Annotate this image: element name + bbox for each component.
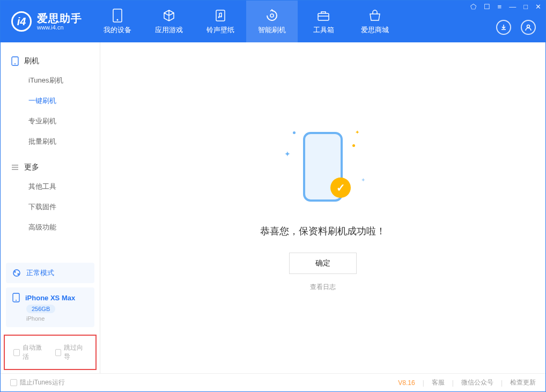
user-icon[interactable] <box>521 20 536 35</box>
sidebar-item-pro[interactable]: 专业刷机 <box>1 111 100 131</box>
mode-label: 正常模式 <box>26 268 54 278</box>
refresh-icon <box>265 9 279 23</box>
checkbox-label: 阻止iTunes运行 <box>20 378 65 387</box>
dot-icon <box>352 144 355 147</box>
svg-point-3 <box>218 16 220 18</box>
checkbox-skip-guide[interactable]: 跳过向导 <box>55 343 87 361</box>
separator: | <box>501 379 503 387</box>
success-illustration: ✦ ✦ + ✓ <box>280 124 366 210</box>
mode-box[interactable]: 正常模式 <box>6 263 94 283</box>
logo-block: i4 爱思助手 www.i4.cn <box>1 11 92 32</box>
app-title: 爱思助手 <box>37 12 82 24</box>
sidebar: 刷机 iTunes刷机 一键刷机 专业刷机 批量刷机 更多 其他工具 下载固件 … <box>1 42 100 373</box>
app-header: i4 爱思助手 www.i4.cn 我的设备 应用游戏 铃声壁纸 智能刷机 工具… <box>1 1 545 42</box>
nav-tab-ringtones[interactable]: 铃声壁纸 <box>195 1 246 42</box>
device-box[interactable]: iPhone XS Max 256GB iPhone <box>6 287 94 327</box>
cube-icon <box>162 9 176 23</box>
version-label: V8.16 <box>398 379 415 387</box>
checkbox-icon <box>10 379 17 386</box>
logo-icon: i4 <box>11 11 32 32</box>
maximize-button[interactable]: □ <box>523 3 528 11</box>
svg-point-4 <box>220 16 222 17</box>
success-message: 恭喜您，保资料刷机成功啦！ <box>260 225 386 238</box>
checkbox-icon <box>55 349 62 356</box>
sidebar-header: 刷机 <box>1 52 100 70</box>
nav-label: 工具箱 <box>313 25 334 35</box>
section-title: 更多 <box>24 162 39 172</box>
sidebar-item-firmware[interactable]: 下载固件 <box>1 197 100 217</box>
device-type: iPhone <box>26 315 45 322</box>
svg-rect-6 <box>318 13 329 20</box>
footer-link-service[interactable]: 客服 <box>432 378 445 387</box>
footer-link-update[interactable]: 检查更新 <box>510 378 536 387</box>
sidebar-section-flash: 刷机 iTunes刷机 一键刷机 专业刷机 批量刷机 <box>1 52 100 152</box>
music-icon <box>213 9 227 23</box>
sidebar-header: 更多 <box>1 158 100 176</box>
checkbox-icon <box>13 349 20 356</box>
footer-link-wechat[interactable]: 微信公众号 <box>461 378 493 387</box>
sparkle-icon: + <box>361 177 365 183</box>
svg-point-7 <box>527 25 530 28</box>
svg-point-11 <box>14 271 16 273</box>
section-title: 刷机 <box>24 56 39 66</box>
sidebar-item-advanced[interactable]: 高级功能 <box>1 217 100 238</box>
svg-point-10 <box>13 270 20 276</box>
separator: | <box>452 379 454 387</box>
device-name: iPhone XS Max <box>25 294 75 302</box>
nav-tab-device[interactable]: 我的设备 <box>92 1 143 42</box>
checkbox-label: 跳过向导 <box>64 343 87 361</box>
sidebar-item-other[interactable]: 其他工具 <box>1 176 100 197</box>
svg-point-5 <box>270 14 274 17</box>
main-content: ✦ ✦ + ✓ 恭喜您，保资料刷机成功啦！ 确定 查看日志 <box>100 42 545 373</box>
capacity-badge: 256GB <box>26 305 55 313</box>
sidebar-item-itunes[interactable]: iTunes刷机 <box>1 70 100 91</box>
menu-icon[interactable]: ≡ <box>498 3 502 11</box>
nav-label: 智能刷机 <box>258 25 286 35</box>
svg-point-1 <box>117 19 119 20</box>
checkmark-badge-icon: ✓ <box>330 177 351 198</box>
menu-icon <box>11 164 19 171</box>
phone-icon <box>12 293 20 302</box>
nav-tab-apps[interactable]: 应用游戏 <box>143 1 195 42</box>
separator: | <box>423 379 424 387</box>
sparkle-icon: ✦ <box>284 150 291 158</box>
nav-label: 我的设备 <box>104 25 131 35</box>
checkbox-highlight-box: 自动激活 跳过向导 <box>4 335 97 370</box>
header-actions <box>496 20 536 35</box>
nav-tabs: 我的设备 应用游戏 铃声壁纸 智能刷机 工具箱 爱思商城 <box>92 1 401 42</box>
dot-icon <box>293 131 296 134</box>
checkbox-block-itunes[interactable]: 阻止iTunes运行 <box>10 378 65 387</box>
mode-icon <box>12 269 21 277</box>
footer: 阻止iTunes运行 V8.16 | 客服 | 微信公众号 | 检查更新 <box>1 373 545 391</box>
nav-tab-shop[interactable]: 爱思商城 <box>349 1 401 42</box>
ok-button[interactable]: 确定 <box>289 253 357 274</box>
phone-icon <box>11 56 19 66</box>
nav-label: 爱思商城 <box>361 25 389 35</box>
svg-point-9 <box>14 63 16 64</box>
device-icon <box>110 9 124 23</box>
svg-point-12 <box>18 273 19 275</box>
window-controls: ⬠ ☐ ≡ — □ ✕ <box>470 3 541 11</box>
sidebar-item-oneclick[interactable]: 一键刷机 <box>1 91 100 111</box>
svg-point-14 <box>16 300 17 301</box>
minimize-button[interactable]: — <box>509 3 516 11</box>
nav-label: 应用游戏 <box>155 25 183 35</box>
sidebar-section-more: 更多 其他工具 下载固件 高级功能 <box>1 158 100 238</box>
checkbox-label: 自动激活 <box>23 343 46 361</box>
nav-label: 铃声壁纸 <box>206 25 234 35</box>
lock-icon[interactable]: ☐ <box>484 3 490 11</box>
nav-tab-flash[interactable]: 智能刷机 <box>246 1 298 42</box>
toolbox-icon <box>316 9 330 23</box>
sparkle-icon: ✦ <box>355 129 359 135</box>
shop-icon <box>368 9 382 23</box>
sidebar-item-batch[interactable]: 批量刷机 <box>1 131 100 152</box>
app-url: www.i4.cn <box>37 24 82 31</box>
nav-tab-tools[interactable]: 工具箱 <box>298 1 349 42</box>
svg-rect-2 <box>216 10 225 21</box>
shirt-icon[interactable]: ⬠ <box>470 3 476 11</box>
download-icon[interactable] <box>496 20 511 35</box>
checkbox-auto-activate[interactable]: 自动激活 <box>13 343 46 361</box>
view-log-link[interactable]: 查看日志 <box>310 283 336 292</box>
close-button[interactable]: ✕ <box>535 3 541 11</box>
